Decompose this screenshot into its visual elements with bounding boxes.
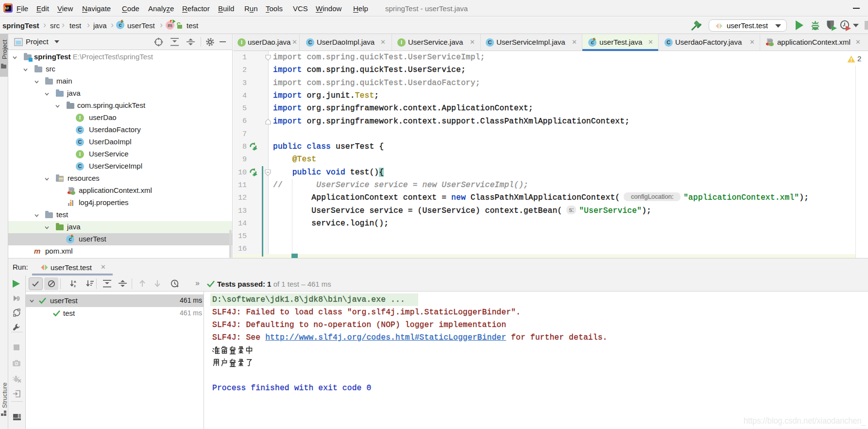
svg-text:9: 9: [17, 295, 20, 302]
svg-text:z: z: [74, 284, 76, 288]
svg-text:a: a: [74, 279, 76, 284]
